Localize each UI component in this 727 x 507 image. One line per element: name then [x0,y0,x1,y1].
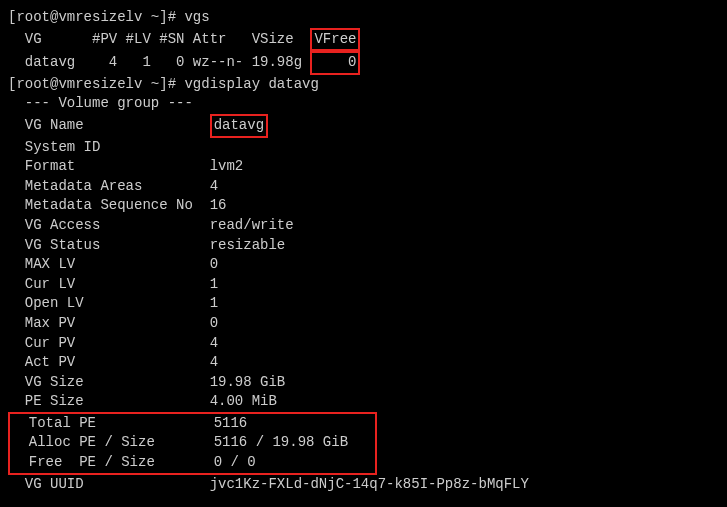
vgs-row: datavg 4 1 0 wz--n- 19.98g 0 [8,51,719,75]
highlight-vfree-header: VFree [310,28,360,52]
shell-prompt: [root@vmresizelv ~]# [8,9,184,25]
open-lv-row: Open LV 1 [8,294,719,314]
format-row: Format lvm2 [8,157,719,177]
highlight-vfree-value: 0 [310,51,360,75]
free-pe-row: Free PE / Size 0 / 0 [10,453,375,473]
vg-access-row: VG Access read/write [8,216,719,236]
volume-group-section: --- Volume group --- [8,94,719,114]
pe-size-row: PE Size 4.00 MiB [8,392,719,412]
prompt-line-1: [root@vmresizelv ~]# vgs [8,8,719,28]
system-id-row: System ID [8,138,719,158]
vg-name-label: VG Name [8,117,210,133]
command-vgdisplay: vgdisplay datavg [184,76,318,92]
metadata-areas-row: Metadata Areas 4 [8,177,719,197]
cur-pv-row: Cur PV 4 [8,334,719,354]
vg-status-row: VG Status resizable [8,236,719,256]
cur-lv-row: Cur LV 1 [8,275,719,295]
vg-uuid-row: VG UUID jvc1Kz-FXLd-dNjC-14q7-k85I-Pp8z-… [8,475,719,495]
alloc-pe-row: Alloc PE / Size 5116 / 19.98 GiB [10,433,375,453]
vgs-row-values: datavg 4 1 0 wz--n- 19.98g [8,54,310,70]
vgs-header-cols: VG #PV #LV #SN Attr VSize [8,31,310,47]
shell-prompt: [root@vmresizelv ~]# [8,76,184,92]
vg-name-row: VG Name datavg [8,114,719,138]
metadata-seq-row: Metadata Sequence No 16 [8,196,719,216]
vg-size-row: VG Size 19.98 GiB [8,373,719,393]
terminal-output: [root@vmresizelv ~]# vgs VG #PV #LV #SN … [8,8,719,494]
command-vgs: vgs [184,9,209,25]
highlight-pe-block: Total PE 5116 Alloc PE / Size 5116 / 19.… [8,412,377,475]
vgs-header: VG #PV #LV #SN Attr VSize VFree [8,28,719,52]
total-pe-row: Total PE 5116 [10,414,375,434]
highlight-vg-name: datavg [210,114,268,138]
max-pv-row: Max PV 0 [8,314,719,334]
act-pv-row: Act PV 4 [8,353,719,373]
prompt-line-2: [root@vmresizelv ~]# vgdisplay datavg [8,75,719,95]
max-lv-row: MAX LV 0 [8,255,719,275]
